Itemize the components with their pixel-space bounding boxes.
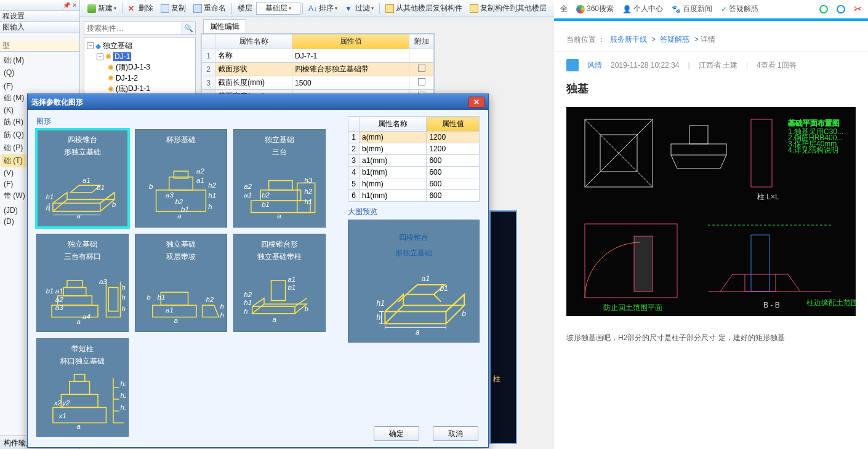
param-value[interactable]: 600 <box>427 155 480 167</box>
post-image[interactable]: 基础平面布置图 1.独基采用C30...2.钢筋HRB400...3.保护层40… <box>566 107 856 316</box>
shape-card[interactable]: 四棱锥台形独立基础 a1b1h1hab <box>36 129 129 228</box>
svg-text:b: b <box>304 305 308 312</box>
svg-marker-90 <box>385 306 464 324</box>
row-number: 6 <box>348 190 360 202</box>
status-dot-blue[interactable] <box>837 5 845 14</box>
tb-filter[interactable]: ▼过滤▾ <box>341 2 377 15</box>
tb-copyto[interactable]: 复制构件到其他楼层 <box>466 2 550 15</box>
svg-text:b1: b1 <box>97 184 105 191</box>
tb-baselayer[interactable]: 基础层▾ <box>256 2 300 15</box>
shape-card[interactable]: 四棱锥台形独立基础带柱 a1b1h2h1hab <box>233 234 326 332</box>
nav-baidunews[interactable]: 🐾百度新闻 <box>672 4 712 14</box>
param-value[interactable]: 1200 <box>427 132 480 143</box>
delete-icon: ✕ <box>128 4 137 13</box>
tb-sort[interactable]: A↓排序▾ <box>305 2 341 15</box>
tb-copy[interactable]: 复制 <box>157 2 190 15</box>
prop-value[interactable]: 四棱锥台形独立基础带 <box>292 63 409 76</box>
new-icon <box>87 4 96 13</box>
shape-title: 四棱锥台形独立基础带柱 <box>257 238 302 264</box>
tree-collapse-icon[interactable]: − <box>87 42 94 49</box>
dialog-cancel-button[interactable]: 取消 <box>433 426 478 441</box>
nav-qa[interactable]: ✓答疑解惑 <box>721 4 758 14</box>
tree-item[interactable]: (顶)DJ-1-3 <box>116 62 150 73</box>
tree-collapse-icon[interactable]: − <box>97 54 103 60</box>
svg-text:y2: y2 <box>62 399 70 407</box>
tree-item[interactable]: DJ-1-2 <box>116 74 138 82</box>
param-value[interactable]: 600 <box>427 190 480 202</box>
crumb-link[interactable]: 服务新干线 <box>610 35 647 44</box>
property-tab[interactable]: 属性编辑 <box>203 19 246 34</box>
copyfrom-icon <box>385 4 394 13</box>
svg-text:b1: b1 <box>158 293 166 301</box>
nav-360search[interactable]: 360搜索 <box>576 4 614 14</box>
tb-new[interactable]: 新建▾ <box>84 2 120 15</box>
prop-value[interactable]: 1500 <box>292 76 409 90</box>
search-input[interactable] <box>84 22 182 35</box>
svg-text:a2: a2 <box>55 296 63 303</box>
meta-user[interactable]: 风情 <box>587 60 602 71</box>
tb-rename[interactable]: 重命名 <box>190 2 230 15</box>
prop-value[interactable]: DJ-7-1 <box>292 49 409 63</box>
left-type-item[interactable]: (F) <box>1 81 78 92</box>
param-table: 属性名称属性值 1 a(mm) 12002 b(mm) 12003 a1(mm)… <box>348 116 480 202</box>
baidu-icon: 🐾 <box>672 5 681 14</box>
param-value[interactable]: 600 <box>427 167 480 178</box>
svg-text:a2: a2 <box>196 167 204 175</box>
nav-personal[interactable]: 👤个人中心 <box>622 4 663 14</box>
svg-text:a: a <box>177 212 182 220</box>
search360-icon <box>576 5 585 14</box>
svg-marker-0 <box>53 199 115 211</box>
svg-text:x1: x1 <box>58 412 66 419</box>
param-value[interactable]: 1200 <box>427 143 480 155</box>
param-name: h(mm) <box>360 178 427 190</box>
tb-copyfrom[interactable]: 从其他楼层复制构件 <box>382 2 466 15</box>
dialog-titlebar[interactable]: 选择参数化图形 ✕ <box>28 94 488 110</box>
tb-floor[interactable]: 楼层 <box>234 2 256 15</box>
param-value[interactable]: 600 <box>427 178 480 190</box>
svg-rect-40 <box>67 280 82 288</box>
gear-icon: ✺ <box>105 52 111 61</box>
nav-quanwang[interactable]: 全 <box>560 4 568 14</box>
prop-extra-checkbox[interactable] <box>409 49 434 63</box>
svg-rect-76 <box>70 381 90 394</box>
prop-name: 名称 <box>215 49 292 63</box>
param-col-name: 属性名称 <box>360 117 427 132</box>
prop-extra-checkbox[interactable] <box>409 76 434 90</box>
shape-card[interactable]: 独立基础三台有杯口 b1a1a2a3a3a4h3h2h1a <box>36 234 129 332</box>
meta-location: 江西省 土建 <box>699 60 737 71</box>
svg-text:h2: h2 <box>121 392 126 399</box>
left-section-1[interactable]: 程设置 <box>0 11 79 22</box>
shape-card[interactable]: 独立基础双层带坡 bb1a1ah2h1h <box>135 234 227 332</box>
search-button[interactable]: 🔍 <box>182 22 196 35</box>
crumb-link[interactable]: 答疑解惑 <box>660 35 689 44</box>
gear-icon: ✺ <box>108 74 114 82</box>
dialog-close-button[interactable]: ✕ <box>468 97 484 108</box>
tree-root[interactable]: 独立基础 <box>103 41 132 51</box>
left-type-item[interactable]: (Q) <box>1 67 78 78</box>
svg-text:h3: h3 <box>121 284 126 291</box>
pin-icon[interactable]: 📌 ✕ <box>63 2 77 9</box>
tree-item[interactable]: (底)DJ-1-1 <box>116 84 150 94</box>
shape-card[interactable]: 独立基础三台 a2a1b2b1h3h2h1a <box>233 129 326 228</box>
svg-text:h2: h2 <box>208 181 216 189</box>
crumb-current: 详情 <box>701 35 715 44</box>
component-tree[interactable]: −◆ 独立基础 −✺DJ-1 ✺(顶)DJ-1-3 ✺DJ-1-2 ✺(底)DJ… <box>84 37 196 98</box>
left-section-2[interactable]: 图输入 <box>0 22 79 33</box>
tb-delete[interactable]: ✕删除 <box>124 2 157 15</box>
tree-item[interactable]: DJ-1 <box>113 52 131 61</box>
svg-rect-66 <box>271 280 286 301</box>
shape-card[interactable]: 杯形基础 a2ba3b2b1h2h1haa1 <box>135 129 227 228</box>
svg-text:a: a <box>174 317 178 324</box>
status-dot-green[interactable] <box>819 5 828 14</box>
svg-text:b1: b1 <box>440 284 448 293</box>
svg-text:h1: h1 <box>121 403 126 411</box>
left-type-item[interactable]: 础 (M) <box>1 54 78 67</box>
svg-text:a1: a1 <box>166 306 174 314</box>
svg-text:h3: h3 <box>304 177 312 184</box>
scissors-icon[interactable]: ✂ <box>854 3 862 15</box>
dialog-ok-button[interactable]: 确定 <box>374 426 419 441</box>
shape-card[interactable]: 带短柱杯口独立基础 x2y2x1h3h2h1a <box>36 338 129 437</box>
prop-extra-checkbox[interactable] <box>409 63 434 76</box>
svg-line-95 <box>434 295 441 302</box>
svg-text:4.详见结构说明: 4.详见结构说明 <box>788 146 838 154</box>
